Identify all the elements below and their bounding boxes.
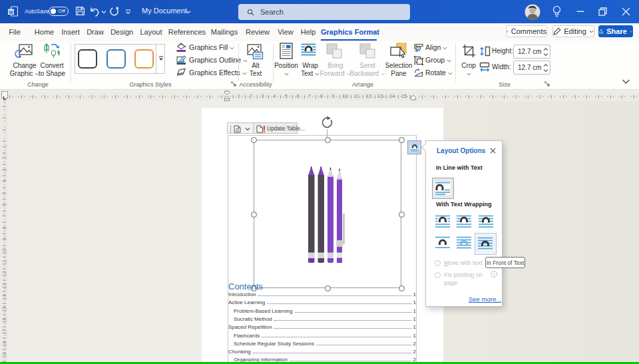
svg-text:W: W (9, 9, 14, 15)
